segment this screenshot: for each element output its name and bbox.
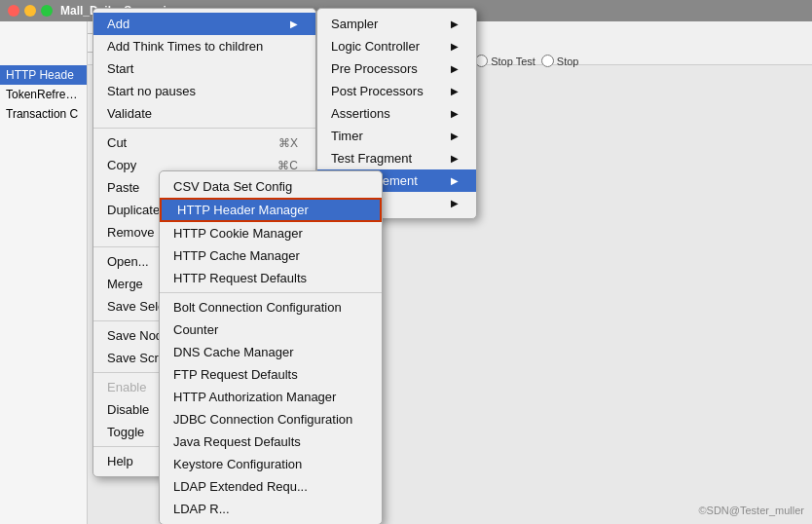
submenu-test-fragment-label: Test Fragment [331, 151, 412, 166]
maximize-dot[interactable] [41, 5, 53, 17]
config-csv-data-label: CSV Data Set Config [173, 179, 292, 194]
config-bolt[interactable]: Bolt Connection Configuration [160, 296, 382, 318]
config-jdbc-label: JDBC Connection Configuration [173, 412, 352, 427]
menu-item-duplicate-label: Duplicate [107, 203, 160, 217]
submenu-assertions-arrow: ▶ [451, 108, 459, 119]
tree-item-1[interactable]: TokenRefres... [0, 85, 87, 104]
menu-item-cut-shortcut: ⌘X [278, 136, 298, 150]
watermark-text: ©SDN@Tester_muller [698, 505, 804, 516]
config-http-auth-label: HTTP Authorization Manager [173, 390, 336, 404]
left-panel: HTTP Heade TokenRefres... Transaction C [0, 21, 88, 524]
menu-item-start[interactable]: Start [93, 57, 315, 80]
submenu-post-processors[interactable]: Post Processors ▶ [317, 80, 476, 102]
menu-item-toggle-label: Toggle [107, 425, 144, 439]
submenu-pre-arrow: ▶ [451, 63, 459, 74]
submenu-listener-arrow: ▶ [451, 198, 459, 208]
config-bolt-label: Bolt Connection Configuration [173, 300, 342, 315]
menu-item-copy-label: Copy [107, 158, 136, 172]
config-ftp-defaults-label: FTP Request Defaults [173, 367, 298, 382]
menu-item-remove-label: Remove [107, 225, 154, 240]
sep-1 [93, 128, 315, 129]
menu-item-validate[interactable]: Validate [93, 102, 315, 125]
config-http-cookie-label: HTTP Cookie Manager [173, 226, 303, 241]
config-dns-cache[interactable]: DNS Cache Manager [160, 341, 382, 363]
menu-item-validate-label: Validate [107, 106, 152, 121]
submenu-config: CSV Data Set Config HTTP Header Manager … [159, 170, 383, 524]
config-http-cache-label: HTTP Cache Manager [173, 248, 300, 263]
submenu-sampler[interactable]: Sampler ▶ [317, 13, 476, 35]
submenu-logic-controller[interactable]: Logic Controller ▶ [317, 35, 476, 57]
submenu-timer[interactable]: Timer ▶ [317, 125, 476, 147]
config-http-auth[interactable]: HTTP Authorization Manager [160, 386, 382, 408]
config-ldap[interactable]: LDAP R... [160, 498, 382, 520]
submenu-config-arrow: ▶ [451, 175, 459, 186]
submenu-pre-processors-label: Pre Processors [331, 61, 418, 76]
stop-test-label: Stop Test [491, 56, 535, 67]
config-java-defaults[interactable]: Java Request Defaults [160, 430, 382, 453]
submenu-sampler-arrow: ▶ [451, 19, 459, 29]
config-sep [160, 292, 382, 293]
stop-option: Stop [541, 55, 579, 67]
menu-item-think-times[interactable]: Add Think Times to children [93, 35, 315, 57]
menu-item-start-label: Start [107, 61, 133, 76]
submenu-test-fragment-arrow: ▶ [451, 153, 459, 164]
minimize-dot[interactable] [24, 5, 36, 17]
config-dns-cache-label: DNS Cache Manager [173, 345, 294, 359]
submenu-timer-arrow: ▶ [451, 131, 459, 141]
stop-label: Stop [557, 56, 579, 67]
config-http-request-defaults[interactable]: HTTP Request Defaults [160, 267, 382, 289]
watermark: ©SDN@Tester_muller [698, 505, 804, 516]
close-dot[interactable] [8, 5, 19, 17]
stop-radio[interactable] [541, 55, 554, 67]
tree-item-2[interactable]: Transaction C [0, 104, 87, 124]
tree-item-0[interactable]: HTTP Heade [0, 65, 87, 85]
menu-item-add[interactable]: Add ▶ [93, 13, 315, 35]
menu-item-help-label: Help [107, 454, 133, 468]
menu-item-open-label: Open... [107, 254, 149, 269]
menu-item-think-times-label: Add Think Times to children [107, 39, 263, 54]
config-counter[interactable]: Counter [160, 318, 382, 341]
config-jdbc[interactable]: JDBC Connection Configuration [160, 408, 382, 430]
submenu-sampler-label: Sampler [331, 17, 378, 31]
menu-item-cut-label: Cut [107, 135, 127, 150]
config-counter-label: Counter [173, 322, 218, 337]
window-controls [8, 5, 53, 17]
config-http-header[interactable]: HTTP Header Manager [160, 198, 382, 222]
config-ldap-extended[interactable]: LDAP Extended Requ... [160, 475, 382, 498]
config-java-defaults-label: Java Request Defaults [173, 434, 301, 449]
config-ldap-label: LDAP R... [173, 502, 230, 516]
menu-item-paste-label: Paste [107, 180, 139, 195]
config-ldap-extended-label: LDAP Extended Requ... [173, 479, 308, 494]
menu-item-add-label: Add [107, 17, 129, 31]
menu-item-add-arrow: ▶ [290, 19, 298, 29]
config-keystore[interactable]: Keystore Configuration [160, 453, 382, 475]
config-http-header-label: HTTP Header Manager [177, 203, 309, 217]
submenu-pre-processors[interactable]: Pre Processors ▶ [317, 57, 476, 80]
config-csv-data[interactable]: CSV Data Set Config [160, 175, 382, 198]
menu-item-start-nopauses-label: Start no pauses [107, 84, 196, 98]
submenu-post-processors-label: Post Processors [331, 84, 424, 98]
submenu-logic-arrow: ▶ [451, 41, 459, 52]
menu-item-merge-label: Merge [107, 277, 143, 291]
config-http-request-defaults-label: HTTP Request Defaults [173, 271, 307, 285]
config-keystore-label: Keystore Configuration [173, 457, 302, 471]
menu-item-disable-label: Disable [107, 402, 149, 417]
submenu-assertions-label: Assertions [331, 106, 390, 121]
config-http-cache[interactable]: HTTP Cache Manager [160, 244, 382, 267]
submenu-test-fragment[interactable]: Test Fragment ▶ [317, 147, 476, 169]
menu-item-enable-label: Enable [107, 380, 146, 394]
submenu-timer-label: Timer [331, 129, 363, 143]
menu-item-cut[interactable]: Cut ⌘X [93, 131, 315, 154]
menu-item-start-nopauses[interactable]: Start no pauses [93, 80, 315, 102]
submenu-logic-controller-label: Logic Controller [331, 39, 420, 54]
config-ftp-defaults[interactable]: FTP Request Defaults [160, 363, 382, 386]
submenu-post-arrow: ▶ [451, 86, 459, 96]
submenu-assertions[interactable]: Assertions ▶ [317, 102, 476, 125]
config-http-cookie[interactable]: HTTP Cookie Manager [160, 222, 382, 244]
stop-test-option: Stop Test [475, 55, 535, 67]
stop-test-radio[interactable] [475, 55, 488, 67]
